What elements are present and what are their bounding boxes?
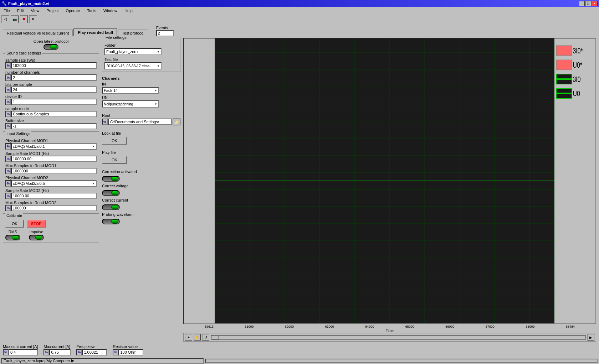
tab-residual[interactable]: Residual voltage vs residual current: [3, 30, 73, 36]
svg-text:-4: -4: [210, 309, 214, 316]
title-bar: 🔧 Fault_player_main2.vi _ □ ×: [0, 0, 599, 7]
phys-chan-mod1-dropdown[interactable]: cDAQ2Mod1/ai0:1 ▼: [11, 143, 97, 150]
max-cont-current-label: Max cont current [A]: [3, 344, 38, 349]
correction-activated-toggle[interactable]: [102, 176, 120, 182]
max-samples-mod1-label: Max Samples to Read MOD1: [5, 163, 97, 168]
menu-tools[interactable]: Tools: [85, 8, 98, 14]
chart-scrollbar-thumb: [212, 336, 219, 339]
play-file-section: Play file OK: [102, 149, 180, 165]
un-dropdown[interactable]: Nollpunktspänning ▼: [102, 100, 159, 108]
svg-text:-2: -2: [210, 241, 214, 248]
bits-input[interactable]: [11, 87, 97, 93]
impulse-knob: [35, 235, 42, 240]
svg-rect-54: [556, 60, 572, 70]
freq-skew-label: Freq skew: [76, 344, 107, 349]
title-text: Fault_player_main2.vi: [8, 1, 49, 6]
calibrate-ok-button[interactable]: OK: [5, 220, 24, 228]
root-section: Root % 📁: [102, 112, 180, 127]
device-id-input[interactable]: [11, 99, 97, 105]
svg-text:3: 3: [211, 84, 214, 91]
correct-current-toggle[interactable]: [102, 204, 120, 210]
max-samples-mod1-icon: %: [5, 168, 11, 174]
close-button[interactable]: ×: [592, 1, 598, 6]
menu-project[interactable]: Project: [44, 8, 61, 14]
look-at-file-ok-button[interactable]: OK: [102, 137, 127, 145]
calibrate-label: Calibrate: [5, 213, 23, 218]
correct-voltage-toggle[interactable]: [102, 190, 120, 196]
resistor-value-input[interactable]: [118, 349, 143, 355]
prolong-waveform-toggle[interactable]: [102, 219, 120, 224]
folder-arrow: ▼: [157, 50, 160, 53]
max-cont-current-input[interactable]: [9, 349, 38, 355]
max-current-input[interactable]: [49, 349, 71, 355]
status-bar: Fault_player_zero.lvproj/My Computer ▶: [0, 357, 599, 364]
chart-scrollbar[interactable]: [211, 335, 586, 340]
menu-view[interactable]: View: [29, 8, 42, 14]
toolbar-snapshot-btn[interactable]: 📷: [11, 15, 19, 23]
middle-panel: File settings Folder Fault_player_zero ▼…: [102, 38, 180, 342]
minimize-button[interactable]: _: [579, 1, 585, 6]
menu-file[interactable]: File: [1, 8, 12, 14]
channels-input[interactable]: [11, 74, 97, 81]
max-samples-mod2-label: Max Samples to Read MOD2: [5, 201, 97, 205]
test-file-dropdown[interactable]: 2010-09-15_05-53-17.tdms ▼: [104, 62, 162, 69]
max-samples-mod2-input[interactable]: [11, 205, 97, 211]
freq-skew-input[interactable]: [82, 349, 107, 355]
menu-operate[interactable]: Operate: [64, 8, 82, 14]
svg-text:-3.5: -3.5: [206, 292, 214, 299]
maximize-button[interactable]: □: [585, 1, 591, 6]
sample-rate-mod2-input[interactable]: [11, 193, 97, 199]
tab-play-recorded[interactable]: Play recorded fault: [73, 28, 117, 36]
max-samples-mod1-input[interactable]: [11, 168, 97, 174]
phys-chan-mod1-icon: %: [5, 143, 11, 150]
in-dropdown[interactable]: Fack 14 ▼: [102, 87, 159, 94]
play-file-ok-button[interactable]: OK: [102, 156, 127, 164]
toolbar-back-btn[interactable]: ◁: [1, 15, 9, 23]
right-panel: 4.61631 4 3.5 3 2.5 2 1.5 1 0.5 0 -0.5 -…: [183, 38, 596, 342]
sample-rate-icon: %: [5, 62, 11, 69]
phys-chan-mod2-dropdown[interactable]: cDAQ2Mod2/ai0:5 ▼: [11, 180, 97, 187]
toolbar-pause-btn[interactable]: ⏸: [29, 15, 37, 23]
test-file-arrow: ▼: [157, 64, 160, 68]
chart-zoom-in-btn[interactable]: +: [185, 334, 192, 340]
menu-help[interactable]: Help: [122, 8, 135, 14]
content-area: Open latest protocol Sound card settings…: [0, 36, 599, 343]
root-browse-btn[interactable]: 📁: [173, 118, 180, 125]
open-latest-toggle[interactable]: [43, 44, 58, 50]
root-label: Root: [102, 113, 180, 118]
folder-dropdown[interactable]: Fault_player_zero ▼: [104, 48, 162, 55]
chart-hand-btn[interactable]: ✋: [194, 334, 201, 340]
events-box: Events: [156, 26, 174, 36]
svg-text:Amplitude: Amplitude: [184, 165, 189, 197]
bits-label: bits per sample: [5, 82, 97, 87]
root-input[interactable]: [108, 119, 172, 125]
toolbar: ◁ 📷 ⏹ ⏸: [0, 14, 599, 24]
max-current-label: Max current [A]: [43, 344, 71, 349]
correction-activated-label: Correction activated: [102, 170, 137, 174]
events-input[interactable]: [156, 30, 174, 36]
status-scrollbar[interactable]: [205, 359, 598, 363]
un-label: UN: [102, 95, 180, 100]
rms-toggle[interactable]: [5, 235, 20, 240]
correct-current-label: Correct current: [102, 198, 180, 202]
buffer-size-input[interactable]: [11, 123, 97, 129]
channels-icon: %: [5, 74, 11, 81]
sample-mode-icon: %: [5, 111, 11, 117]
calibrate-section: Calibrate OK STOP RMS Impulse: [3, 216, 99, 243]
toolbar-stop-btn[interactable]: ⏹: [20, 15, 28, 23]
sample-rate-input[interactable]: [11, 62, 97, 69]
svg-text:3I0*: 3I0*: [573, 47, 583, 55]
sample-rate-mod1-input[interactable]: [11, 156, 97, 162]
chart-scroll-right-btn[interactable]: ▶: [587, 334, 594, 340]
svg-text:4: 4: [211, 50, 214, 57]
chart-reset-btn[interactable]: ↺: [202, 334, 209, 340]
device-id-label: device ID: [5, 94, 97, 99]
look-at-file-section: Look at file OK: [102, 130, 180, 146]
impulse-toggle[interactable]: [29, 235, 44, 240]
menu-window[interactable]: Window: [101, 8, 119, 14]
menu-edit[interactable]: Edit: [15, 8, 26, 14]
test-file-label: Test file: [104, 57, 178, 62]
sample-mode-input[interactable]: [11, 111, 97, 117]
calibrate-stop-button[interactable]: STOP: [27, 220, 46, 228]
menu-bar: File Edit View Project Operate Tools Win…: [0, 7, 599, 14]
